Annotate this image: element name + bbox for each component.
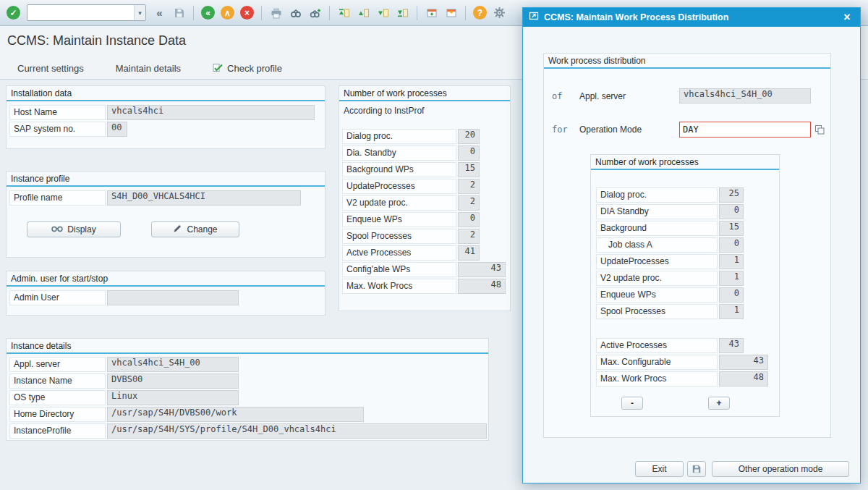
exit-icon[interactable]: ∧ xyxy=(221,6,234,20)
exit-button[interactable]: Exit xyxy=(635,461,684,477)
of-prefix: of xyxy=(552,91,579,101)
wp-label: Active Processes xyxy=(596,338,718,353)
admin-user-field xyxy=(107,290,239,305)
maintain-details-button[interactable]: Maintain details xyxy=(116,63,181,74)
close-icon[interactable]: × xyxy=(840,11,854,24)
maintain-wp-distribution-dialog: CCMS: Maintain Work Process Distribution… xyxy=(522,7,861,483)
wp-value: 48 xyxy=(719,371,768,386)
admin-user-label: Admin User xyxy=(9,290,106,305)
wp-row: V2 update proc. 1 xyxy=(596,271,779,286)
wp-label: Max. Work Procs xyxy=(342,279,456,294)
decrease-button[interactable]: - xyxy=(621,397,643,410)
wp-row: Background WPs 15 xyxy=(342,162,510,177)
command-input[interactable] xyxy=(27,5,134,20)
os-type-field: Linux xyxy=(107,390,239,405)
dialog-wp-group: Number of work processes Dialog proc. 25… xyxy=(590,154,780,417)
group-title: Number of work processes xyxy=(591,155,779,169)
save-icon[interactable] xyxy=(170,4,188,22)
wp-value: 25 xyxy=(719,187,744,203)
wp-label: Config'able WPs xyxy=(342,262,456,277)
group-title: Installation data xyxy=(7,86,325,100)
wp-label: Max. Work Procs xyxy=(596,371,718,386)
dialog-footer: Exit Other operation mode xyxy=(523,461,860,477)
display-button-label: Display xyxy=(67,224,95,235)
wp-row: Spool Processes 2 xyxy=(342,229,510,244)
enter-icon[interactable]: ✓ xyxy=(7,6,20,20)
find-next-icon[interactable] xyxy=(306,4,324,22)
find-icon[interactable] xyxy=(286,4,305,22)
wp-value: 15 xyxy=(719,221,744,236)
wp-value: 0 xyxy=(719,204,744,219)
host-name-field: vhcals4hci xyxy=(107,105,315,120)
form-row: InstanceProfile /usr/sap/S4H/SYS/profile… xyxy=(9,423,488,439)
wp-label: UpdateProcesses xyxy=(596,254,718,269)
toolbar-separator xyxy=(465,6,466,20)
first-page-icon[interactable] xyxy=(335,4,353,22)
group-title: Instance profile xyxy=(7,172,325,185)
dialog-titlebar[interactable]: CCMS: Maintain Work Process Distribution… xyxy=(523,8,860,27)
check-profile-label: Check profile xyxy=(227,63,282,74)
collapse-command-icon[interactable]: « xyxy=(150,4,169,22)
group-rule xyxy=(7,352,488,354)
dialog-icon xyxy=(529,11,539,24)
page-down-icon[interactable] xyxy=(374,4,392,22)
home-directory-label: Home Directory xyxy=(9,407,106,422)
profile-name-field: S4H_D00_VHCALS4HCI xyxy=(107,190,301,206)
instance-details-group: Instance details Appl. server vhcals4hci… xyxy=(6,338,489,441)
other-operation-mode-button[interactable]: Other operation mode xyxy=(712,461,849,477)
instance-name-field: DVBS00 xyxy=(107,373,239,389)
wp-label: Dia. Standby xyxy=(342,145,456,161)
dialog-save-icon[interactable] xyxy=(687,461,706,477)
new-session-icon[interactable] xyxy=(422,4,441,22)
operation-mode-input[interactable] xyxy=(679,122,811,138)
last-page-icon[interactable] xyxy=(393,4,412,22)
toolbar-separator xyxy=(329,6,330,20)
wp-label: Actve Processes xyxy=(342,245,456,261)
cancel-icon[interactable]: × xyxy=(240,6,254,20)
wp-row: Config'able WPs 43 xyxy=(342,262,510,277)
profile-name-label: Profile name xyxy=(9,190,106,206)
matchcode-icon[interactable] xyxy=(813,123,826,136)
dialog-appl-server-field: vhcals4hci_S4H_00 xyxy=(679,88,811,104)
print-icon[interactable] xyxy=(267,4,285,22)
change-button[interactable]: Change xyxy=(151,221,239,237)
group-title: Instance details xyxy=(7,339,488,352)
help-icon[interactable]: ? xyxy=(473,6,487,20)
wp-row: Job class A 0 xyxy=(596,237,779,253)
wp-row: Actve Processes 41 xyxy=(342,245,510,261)
command-field[interactable]: ▾ xyxy=(27,4,146,21)
display-button[interactable]: Display xyxy=(27,221,121,237)
wp-value: 0 xyxy=(719,237,744,253)
current-settings-button[interactable]: Current settings xyxy=(17,63,84,74)
instance-profile-group: Instance profile Profile name S4H_D00_VH… xyxy=(6,171,326,258)
wp-label: Background xyxy=(596,221,718,236)
chevron-down-icon[interactable]: ▾ xyxy=(134,5,145,20)
toolbar-separator xyxy=(417,6,417,20)
back-icon[interactable]: « xyxy=(201,6,215,20)
page-up-icon[interactable] xyxy=(354,4,373,22)
wp-row: Background 15 xyxy=(596,221,779,236)
wp-row: UpdateProcesses 2 xyxy=(342,179,510,194)
wp-row: Spool Processes 1 xyxy=(596,304,779,319)
form-row: Home Directory /usr/sap/S4H/DVBS00/work xyxy=(9,407,488,422)
wp-label: Enqueue WPs xyxy=(596,287,718,303)
wp-row: DIA Standby 0 xyxy=(596,204,779,219)
adjust-buttons-row: - + xyxy=(591,397,779,410)
check-profile-button[interactable]: Check profile xyxy=(213,62,282,75)
wp-value: 2 xyxy=(458,195,480,211)
customize-icon[interactable] xyxy=(490,4,509,22)
work-processes-group: Number of work processes According to In… xyxy=(339,85,511,311)
sap-system-no-label: SAP system no. xyxy=(9,122,106,137)
wp-row: Max. Work Procs 48 xyxy=(342,279,510,294)
wp-row: V2 update proc. 2 xyxy=(342,195,510,211)
toolbar-separator xyxy=(193,6,194,20)
form-row: Instance Name DVBS00 xyxy=(9,373,488,389)
wp-total-row: Max. Configurable 43 xyxy=(596,355,779,370)
increase-button[interactable]: + xyxy=(708,397,730,410)
group-rule xyxy=(591,169,779,170)
instprof-subtitle: According to InstProf xyxy=(339,101,510,116)
installation-data-group: Installation data Host Name vhcals4hci S… xyxy=(6,85,326,149)
create-shortcut-icon[interactable] xyxy=(442,4,460,22)
host-name-label: Host Name xyxy=(9,105,106,120)
glasses-icon xyxy=(51,224,63,235)
